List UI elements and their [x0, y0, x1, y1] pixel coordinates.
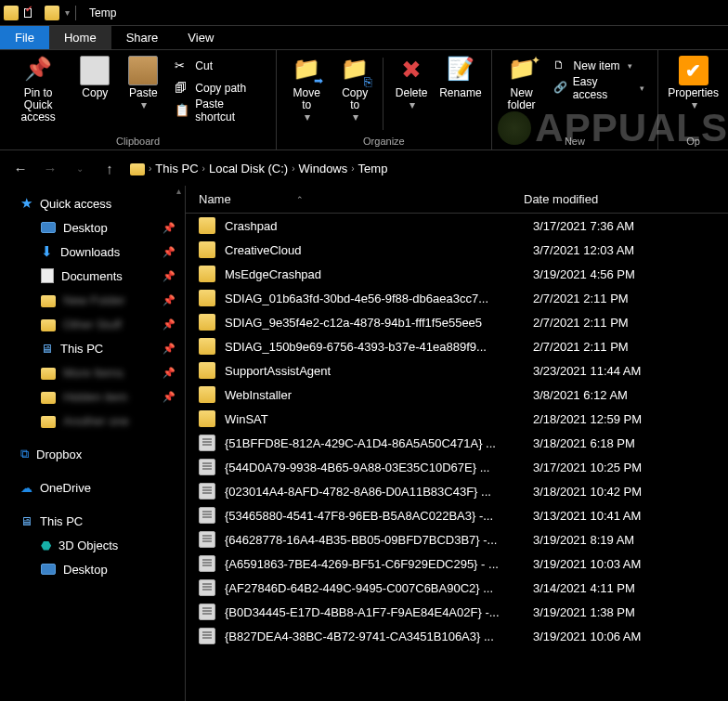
sidebar-dropbox[interactable]: ⧉Dropbox [0, 442, 185, 466]
move-to-button[interactable]: Move to▾ [282, 54, 331, 134]
chevron-right-icon: › [351, 163, 354, 174]
new-item-button[interactable]: 🗋New item▾ [550, 56, 649, 76]
file-name: {023014A4-8AFD-4782-8A86-D0A11B83C43F} .… [225, 485, 533, 499]
file-icon [199, 604, 215, 620]
file-row[interactable]: {A6591863-7BE4-4269-BF51-C6F929EDC295} -… [186, 552, 728, 576]
sidebar-item-downloads[interactable]: ⬇Downloads📌 [0, 240, 185, 264]
copy-to-icon [340, 56, 370, 85]
folder-icon [199, 338, 215, 355]
file-row[interactable]: {544D0A79-9938-4B65-9A88-03E35C10D67E} .… [186, 455, 728, 479]
file-row[interactable]: SDIAG_9e35f4e2-c12a-4878-94b1-fff1f5e55e… [186, 310, 728, 334]
back-button[interactable]: ← [7, 155, 33, 181]
file-date: 3/17/2021 7:36 AM [533, 219, 634, 233]
tab-file[interactable]: File [0, 26, 49, 49]
file-row[interactable]: WinSAT2/18/2021 12:59 PM [186, 407, 728, 431]
breadcrumb-seg[interactable]: Temp [358, 162, 388, 175]
sidebar-item-blurred[interactable]: Another one [0, 409, 185, 433]
recent-dropdown[interactable]: ⌄ [67, 155, 93, 181]
sidebar-item-blurred[interactable]: Other Stuff📌 [0, 312, 185, 336]
file-row[interactable]: MsEdgeCrashpad3/19/2021 4:56 PM [186, 262, 728, 286]
folder-icon [41, 416, 56, 428]
chevron-right-icon: › [292, 163, 294, 174]
tab-share[interactable]: Share [111, 26, 174, 49]
qat-dropdown-icon[interactable]: ▾ [65, 7, 70, 18]
file-date: 3/17/2021 10:25 PM [533, 461, 642, 474]
paste-shortcut-icon [175, 103, 189, 118]
copy-to-button[interactable]: Copy to▾ [331, 54, 379, 134]
column-name[interactable]: Name ⌃ [199, 192, 524, 206]
file-date: 2/7/2021 2:11 PM [533, 340, 629, 354]
cut-button[interactable]: Cut [171, 56, 266, 76]
copy-icon [80, 56, 110, 85]
copy-button[interactable]: Copy [71, 54, 119, 134]
sidebar-item-documents[interactable]: Documents📌 [0, 264, 185, 288]
label: New item [574, 59, 620, 72]
easy-access-button[interactable]: 🔗Easy access▾ [550, 78, 649, 98]
file-row[interactable]: {B0D34445-E17D-4BB8-A1F7-F9AE84E4A02F} -… [186, 600, 728, 624]
folder-icon [41, 392, 56, 404]
rename-icon [446, 56, 475, 85]
pin-quick-access-button[interactable]: Pin to Quick access [6, 54, 71, 134]
sidebar-item-3dobjects[interactable]: ⬣3D Objects [0, 533, 185, 557]
properties-button[interactable]: ✔ Properties▾ [664, 54, 722, 134]
paste-button[interactable]: Paste ▾ [119, 54, 167, 134]
file-row[interactable]: Crashpad3/17/2021 7:36 AM [186, 214, 728, 238]
forward-button[interactable]: → [37, 155, 63, 181]
up-button[interactable]: ↑ [97, 155, 123, 181]
qat-item-icon[interactable]: ✔ [24, 6, 39, 20]
breadcrumb[interactable]: › This PC› Local Disk (C:)› Windows› Tem… [126, 155, 721, 181]
file-icon [199, 628, 215, 644]
file-row[interactable]: {AF27846D-64B2-449C-9495-C007C6BA90C2} .… [186, 576, 728, 600]
file-row[interactable]: {51BFFD8E-812A-429C-A1D4-86A5A50C471A} .… [186, 431, 728, 455]
file-row[interactable]: SDIAG_01b6a3fd-30bd-4e56-9f88-db6aea3cc7… [186, 286, 728, 310]
label: Another one [63, 414, 129, 428]
file-row[interactable]: {53465880-4541-47F8-96EB-B5A8AC022BA3} -… [186, 503, 728, 527]
file-date: 3/18/2021 6:18 PM [533, 436, 635, 450]
file-icon [199, 483, 215, 500]
file-date: 3/7/2021 12:03 AM [533, 243, 634, 257]
chevron-right-icon: › [149, 163, 151, 174]
group-clipboard: Pin to Quick access Copy Paste ▾ Cut Cop… [0, 50, 277, 149]
sidebar-item-desktop[interactable]: Desktop📌 [0, 215, 185, 240]
breadcrumb-seg[interactable]: This PC› [155, 162, 205, 175]
desktop-icon [41, 222, 56, 233]
tab-view[interactable]: View [173, 26, 228, 49]
paste-shortcut-button[interactable]: Paste shortcut [171, 100, 266, 121]
file-row[interactable]: {64628778-16A4-4B35-BB05-09BFD7BCD3B7} -… [186, 527, 728, 552]
sidebar-item-blurred[interactable]: More Items📌 [0, 360, 185, 384]
file-row[interactable]: WebInstaller3/8/2021 6:12 AM [186, 383, 728, 407]
chevron-down-icon: ▾ [141, 99, 147, 111]
titlebar: ✔ ▾ Temp [0, 0, 728, 26]
label: Local Disk (C:) [209, 162, 288, 175]
group-new: New folder 🗋New item▾ 🔗Easy access▾ New [492, 50, 659, 149]
file-list[interactable]: Crashpad3/17/2021 7:36 AMCreativeCloud3/… [186, 214, 728, 701]
folder-icon [199, 362, 215, 379]
scroll-up-icon[interactable]: ▴ [174, 186, 183, 196]
file-row[interactable]: {023014A4-8AFD-4782-8A86-D0A11B83C43F} .… [186, 479, 728, 503]
delete-button[interactable]: Delete▾ [387, 54, 436, 134]
delete-icon [396, 56, 426, 85]
qat-folder-icon[interactable] [45, 6, 59, 20]
file-row[interactable]: {B827DEA4-38BC-4B72-9741-CA3451B106A3} .… [186, 624, 728, 648]
file-name: MsEdgeCrashpad [225, 267, 533, 281]
sidebar-quick-access[interactable]: ★Quick access [0, 191, 185, 215]
sidebar-item-thispc[interactable]: 🖥This PC📌 [0, 336, 185, 360]
breadcrumb-seg[interactable]: Windows› [299, 162, 355, 175]
sidebar-item-blurred[interactable]: New Folder📌 [0, 288, 185, 312]
new-folder-button[interactable]: New folder [498, 54, 546, 134]
column-date[interactable]: Date modified [524, 192, 728, 206]
file-row[interactable]: SupportAssistAgent3/23/2021 11:44 AM [186, 358, 728, 383]
breadcrumb-seg[interactable]: Local Disk (C:)› [209, 162, 295, 175]
sidebar-thispc[interactable]: 🖥This PC [0, 509, 185, 533]
sidebar-item-desktop[interactable]: Desktop [0, 557, 185, 581]
chevron-down-icon: ▾ [353, 111, 358, 123]
sidebar-onedrive[interactable]: ☁OneDrive [0, 475, 185, 500]
tab-home[interactable]: Home [49, 26, 111, 49]
file-row[interactable]: SDIAG_150b9e69-6756-4393-b37e-41ea889f9.… [186, 334, 728, 358]
rename-button[interactable]: Rename [436, 54, 485, 134]
copy-path-button[interactable]: Copy path [171, 78, 266, 98]
split-pane: ▴ ★Quick access Desktop📌 ⬇Downloads📌 Doc… [0, 186, 728, 701]
file-row[interactable]: CreativeCloud3/7/2021 12:03 AM [186, 238, 728, 262]
label: Temp [358, 162, 388, 175]
sidebar-item-blurred[interactable]: Hidden item📌 [0, 384, 185, 409]
